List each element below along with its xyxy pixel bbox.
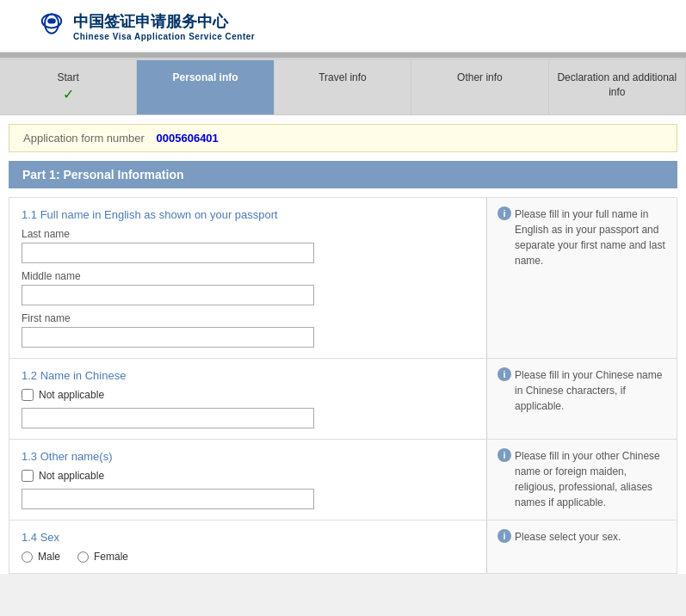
info-icon-1-4: i — [498, 529, 511, 543]
logo-english-text: Chinese Visa Application Service Center — [73, 32, 255, 41]
section-header: Part 1: Personal Information — [9, 161, 677, 188]
middle-name-input[interactable] — [22, 285, 314, 305]
tab-bar: Start ✓ Personal info Travel info Other … — [0, 60, 686, 115]
logo-chinese-text: 中国签证申请服务中心 — [73, 11, 228, 32]
field-1-2-checkbox[interactable] — [22, 389, 34, 401]
hint-row-1-1: i Please fill in your full name in Engli… — [498, 206, 666, 268]
logo-wrapper: 中国签证申请服务中心 Chinese Visa Application Serv… — [17, 9, 255, 43]
field-1-3-hint: i Please fill in your other Chinese name… — [487, 440, 677, 520]
svg-point-2 — [47, 18, 56, 23]
hint-text-1-1: Please fill in your full name in English… — [515, 206, 666, 268]
tab-travel-label: Travel info — [318, 71, 367, 83]
field-1-4-row: 1.4 Sex Male Female i — [9, 521, 677, 573]
field-1-3-not-applicable: Not applicable — [39, 470, 104, 482]
info-icon-1-2: i — [498, 367, 511, 381]
tab-start-label: Start — [58, 71, 79, 83]
field-1-1-row: 1.1 Full name in English as shown on you… — [9, 198, 677, 359]
field-1-3-title: 1.3 Other name(s) — [22, 450, 474, 463]
field-1-4-hint: i Please select your sex. — [487, 521, 677, 573]
logo-icon — [34, 9, 69, 43]
tab-declaration[interactable]: Declaration and additional info — [549, 60, 686, 114]
tab-declaration-label: Declaration and additional info — [557, 71, 677, 98]
tab-personal-label: Personal info — [173, 71, 238, 83]
field-1-2-not-applicable: Not applicable — [39, 389, 104, 401]
field-1-4-radio-row: Male Female — [22, 551, 474, 563]
field-1-2-row: 1.2 Name in Chinese Not applicable i Ple… — [9, 359, 677, 440]
field-1-1-title: 1.1 Full name in English as shown on you… — [22, 208, 474, 221]
field-1-1-left: 1.1 Full name in English as shown on you… — [9, 198, 487, 358]
field-1-2-checkbox-row: Not applicable — [22, 389, 474, 401]
field-1-3-checkbox-row: Not applicable — [22, 470, 474, 482]
section-title: Part 1: Personal Information — [22, 168, 183, 182]
info-icon-1-1: i — [498, 206, 511, 220]
hint-text-1-4: Please select your sex. — [515, 529, 621, 545]
field-1-3-left: 1.3 Other name(s) Not applicable — [9, 440, 487, 520]
last-name-label: Last name — [22, 228, 474, 240]
radio-male[interactable] — [22, 551, 33, 563]
form-section-wrapper: 1.1 Full name in English as shown on you… — [9, 197, 677, 574]
hint-text-1-2: Please fill in your Chinese name in Chin… — [515, 367, 666, 414]
header: 中国签证申请服务中心 Chinese Visa Application Serv… — [0, 0, 686, 52]
hint-text-1-3: Please fill in your other Chinese name o… — [515, 448, 666, 510]
field-1-2-input[interactable] — [22, 408, 314, 428]
tab-other-info[interactable]: Other info — [411, 60, 548, 114]
content-area: Application form number 0005606401 Part … — [0, 124, 686, 574]
tab-travel-info[interactable]: Travel info — [275, 60, 411, 114]
tab-start-checkmark: ✓ — [7, 85, 129, 104]
hint-row-1-4: i Please select your sex. — [498, 529, 666, 545]
field-1-2-left: 1.2 Name in Chinese Not applicable — [9, 359, 487, 439]
last-name-input[interactable] — [22, 243, 314, 263]
app-number-label: Application form number — [23, 132, 145, 145]
tab-other-label: Other info — [457, 71, 503, 83]
first-name-input[interactable] — [22, 327, 314, 348]
radio-female-option: Female — [77, 551, 128, 563]
field-1-3-row: 1.3 Other name(s) Not applicable i Pleas… — [9, 440, 677, 521]
app-number-value: 0005606401 — [157, 132, 219, 145]
main-container: Start ✓ Personal info Travel info Other … — [0, 60, 686, 574]
logo-area: 中国签证申请服务中心 Chinese Visa Application Serv… — [69, 11, 255, 41]
field-1-4-left: 1.4 Sex Male Female — [9, 521, 487, 573]
middle-name-label: Middle name — [22, 270, 474, 282]
tab-start[interactable]: Start ✓ — [0, 60, 137, 114]
first-name-label: First name — [22, 312, 474, 324]
field-1-2-title: 1.2 Name in Chinese — [22, 369, 474, 382]
radio-female[interactable] — [77, 551, 89, 563]
hint-row-1-2: i Please fill in your Chinese name in Ch… — [498, 367, 666, 414]
info-icon-1-3: i — [498, 448, 511, 462]
male-label: Male — [38, 551, 60, 563]
app-number-bar: Application form number 0005606401 — [9, 124, 677, 152]
field-1-1-hint: i Please fill in your full name in Engli… — [487, 198, 677, 358]
field-1-4-title: 1.4 Sex — [22, 531, 474, 544]
female-label: Female — [94, 551, 128, 563]
hint-row-1-3: i Please fill in your other Chinese name… — [498, 448, 666, 510]
field-1-3-checkbox[interactable] — [22, 470, 34, 482]
field-1-3-input[interactable] — [22, 489, 314, 509]
field-1-2-hint: i Please fill in your Chinese name in Ch… — [487, 359, 677, 439]
tab-personal-info[interactable]: Personal info — [137, 60, 274, 114]
radio-male-option: Male — [22, 551, 60, 563]
